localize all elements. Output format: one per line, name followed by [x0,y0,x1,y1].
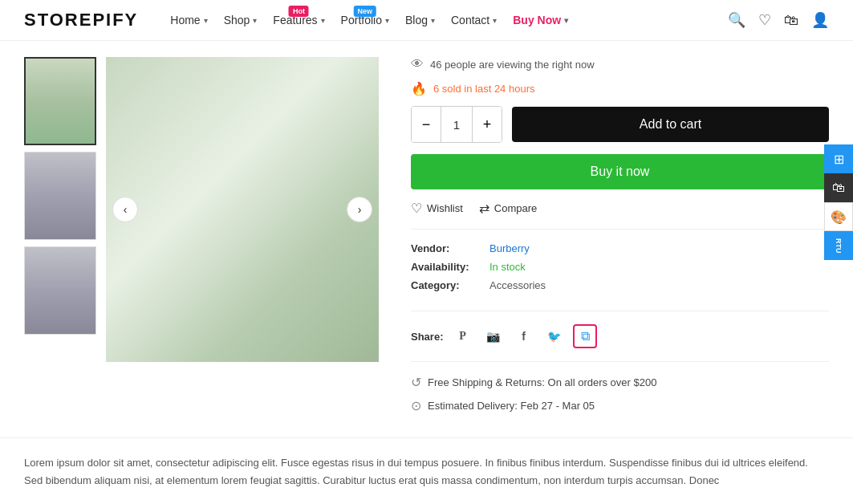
nav-home-chevron: ▾ [204,16,208,25]
thumb-image-1 [26,59,95,144]
qty-decrease-button[interactable]: − [412,107,441,142]
product-info: 👁 46 people are viewing the right now 🔥 … [403,57,829,421]
nav-portfolio-badge: New [354,6,377,17]
nav-buynow-chevron: ▾ [564,16,568,25]
compare-label: Compare [494,202,537,214]
meta-section: Vendor: Burberry Availability: In stock … [411,242,829,311]
fire-icon: 🔥 [411,81,427,96]
product-images: ‹ › [24,57,379,421]
copy-link-icon[interactable]: ⧉ [573,324,597,348]
viewing-row: 👁 46 people are viewing the right now [411,57,829,71]
nav-blog[interactable]: Blog ▾ [405,14,435,26]
wishlist-icon[interactable]: ♡ [758,11,771,29]
logo[interactable]: STOREPIFY [24,10,138,30]
nav-contact-label: Contact [451,14,489,26]
pinterest-share-icon[interactable]: P [451,325,473,348]
sold-label: sold in last 24 hours [442,83,535,95]
category-label: Category: [411,279,483,291]
thumbnail-2[interactable] [24,152,96,240]
share-label: Share: [411,331,443,343]
right-sidebar: ⊞ 🛍 🎨 RTU [824,144,853,260]
vendor-value[interactable]: Burberry [489,242,530,254]
nav-features-chevron: ▾ [321,16,325,25]
thumbnail-list [24,57,96,421]
compare-icon: ⇄ [479,201,489,216]
nav-blog-chevron: ▾ [431,16,435,25]
wishlist-link[interactable]: ♡ Wishlist [411,201,463,216]
sold-text: 6 sold in last 24 hours [433,83,534,95]
nav-blog-label: Blog [405,14,428,26]
main-product-image: ‹ › [106,57,379,362]
qty-increase-button[interactable]: + [473,107,502,142]
nav-shop-label: Shop [224,14,250,26]
thumb-image-2 [25,152,95,239]
thumbnail-1[interactable] [24,57,96,145]
sidebar-cart-button[interactable]: 🛍 [824,173,853,202]
instagram-share-icon[interactable]: 📷 [481,325,504,348]
add-to-cart-button[interactable]: Add to cart [512,107,829,142]
cart-icon[interactable]: 🛍 [784,12,798,29]
search-icon[interactable]: 🔍 [728,11,745,29]
sold-count: 6 [433,83,439,95]
availability-value: In stock [489,261,526,273]
nav-portfolio-chevron: ▾ [385,16,389,25]
availability-row: Availability: In stock [411,261,829,273]
thumbnail-3[interactable] [24,246,96,335]
delivery-row: ⊙ Estimated Delivery: Feb 27 - Mar 05 [411,398,829,413]
nav-portfolio[interactable]: New Portfolio ▾ [341,14,389,26]
vendor-row: Vendor: Burberry [411,242,829,254]
buy-now-button[interactable]: Buy it now [411,154,829,189]
prev-image-arrow[interactable]: ‹ [112,197,138,222]
nav-contact[interactable]: Contact ▾ [451,14,497,26]
vendor-label: Vendor: [411,242,483,254]
sidebar-layers-button[interactable]: ⊞ [824,144,853,173]
category-row: Category: Accessories [411,279,829,291]
user-icon[interactable]: 👤 [811,11,829,29]
description-text: Lorem ipsum dolor sit amet, consectetur … [24,457,808,486]
header: STOREPIFY Home ▾ Shop ▾ Hot Features ▾ N… [0,0,853,41]
sidebar-rtu-button[interactable]: RTU [824,231,853,260]
share-section: Share: P 📷 f 🐦 ⧉ [411,324,829,362]
sidebar-color-button[interactable]: 🎨 [824,202,853,231]
availability-label: Availability: [411,261,483,273]
quantity-control: − 1 + [411,106,502,143]
wishlist-label: Wishlist [427,202,463,214]
wishlist-heart-icon: ♡ [411,201,422,216]
nav-contact-chevron: ▾ [493,16,497,25]
compare-link[interactable]: ⇄ Compare [479,201,537,216]
delivery-icon: ⊙ [411,398,421,413]
nav-features[interactable]: Hot Features ▾ [273,14,324,26]
nav-buynow-label: Buy Now [513,14,561,26]
shipping-icon: ↺ [411,375,421,390]
nav-home[interactable]: Home ▾ [170,14,207,26]
viewing-text: 46 people are viewing the right now [430,59,595,71]
eye-icon: 👁 [411,57,424,71]
main-nav: Home ▾ Shop ▾ Hot Features ▾ New Portfol… [170,14,728,26]
header-icons: 🔍 ♡ 🛍 👤 [728,11,829,29]
nav-buynow[interactable]: Buy Now ▾ [513,14,568,26]
action-row: ♡ Wishlist ⇄ Compare [411,201,829,230]
main-content: ‹ › 👁 46 people are viewing the right no… [0,41,853,437]
thumb-image-3 [25,247,95,334]
product-description: Lorem ipsum dolor sit amet, consectetur … [0,437,853,504]
twitter-share-icon[interactable]: 🐦 [542,325,565,348]
nav-shop[interactable]: Shop ▾ [224,14,258,26]
sold-row: 🔥 6 sold in last 24 hours [411,81,829,96]
category-value: Accessories [489,279,546,291]
product-image-placeholder [106,57,379,362]
quantity-value: 1 [441,107,473,142]
shipping-text: Free Shipping & Returns: On all orders o… [428,376,656,388]
next-image-arrow[interactable]: › [347,197,372,222]
shipping-row: ↺ Free Shipping & Returns: On all orders… [411,375,829,390]
delivery-text: Estimated Delivery: Feb 27 - Mar 05 [428,400,595,412]
nav-home-label: Home [170,14,200,26]
nav-features-badge: Hot [289,6,309,17]
purchase-row: − 1 + Add to cart [411,106,829,143]
facebook-share-icon[interactable]: f [512,325,534,348]
nav-shop-chevron: ▾ [253,16,257,25]
